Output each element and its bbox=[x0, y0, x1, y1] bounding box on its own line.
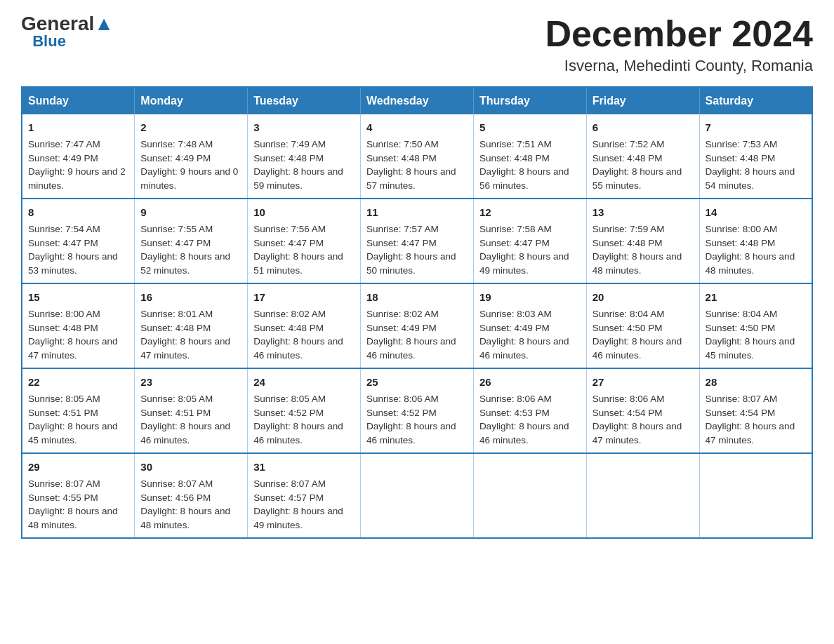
calendar-cell: 4Sunrise: 7:50 AMSunset: 4:48 PMDaylight… bbox=[361, 114, 474, 199]
calendar-cell bbox=[361, 453, 474, 538]
day-number: 20 bbox=[593, 290, 694, 305]
calendar-cell: 11Sunrise: 7:57 AMSunset: 4:47 PMDayligh… bbox=[361, 199, 474, 283]
page-header: General▲ Blue December 2024 Isverna, Meh… bbox=[21, 14, 813, 75]
day-number: 14 bbox=[706, 205, 806, 220]
calendar-cell: 23Sunrise: 8:05 AMSunset: 4:51 PMDayligh… bbox=[135, 368, 248, 453]
day-info: Sunrise: 8:04 AMSunset: 4:50 PMDaylight:… bbox=[593, 309, 682, 361]
weekday-header-thursday: Thursday bbox=[473, 87, 586, 114]
day-info: Sunrise: 7:51 AMSunset: 4:48 PMDaylight:… bbox=[479, 139, 569, 191]
day-number: 6 bbox=[593, 120, 694, 135]
calendar-cell: 25Sunrise: 8:06 AMSunset: 4:52 PMDayligh… bbox=[361, 368, 474, 453]
day-info: Sunrise: 8:07 AMSunset: 4:56 PMDaylight:… bbox=[140, 478, 230, 530]
calendar-cell: 10Sunrise: 7:56 AMSunset: 4:47 PMDayligh… bbox=[248, 199, 361, 283]
month-title: December 2024 bbox=[545, 14, 813, 54]
weekday-header-monday: Monday bbox=[135, 87, 248, 114]
logo-general-text: General▲ bbox=[21, 14, 114, 34]
calendar-cell: 19Sunrise: 8:03 AMSunset: 4:49 PMDayligh… bbox=[473, 283, 586, 368]
day-info: Sunrise: 8:06 AMSunset: 4:52 PMDaylight:… bbox=[366, 394, 456, 445]
calendar-cell: 28Sunrise: 8:07 AMSunset: 4:54 PMDayligh… bbox=[699, 368, 812, 453]
weekday-header-saturday: Saturday bbox=[699, 87, 812, 114]
calendar-cell: 2Sunrise: 7:48 AMSunset: 4:49 PMDaylight… bbox=[135, 114, 248, 199]
calendar-cell: 12Sunrise: 7:58 AMSunset: 4:47 PMDayligh… bbox=[473, 199, 586, 283]
day-info: Sunrise: 8:06 AMSunset: 4:53 PMDaylight:… bbox=[479, 394, 569, 445]
day-info: Sunrise: 8:02 AMSunset: 4:49 PMDaylight:… bbox=[366, 309, 456, 361]
day-info: Sunrise: 7:57 AMSunset: 4:47 PMDaylight:… bbox=[366, 224, 456, 276]
day-info: Sunrise: 8:04 AMSunset: 4:50 PMDaylight:… bbox=[706, 309, 795, 361]
day-number: 19 bbox=[479, 290, 581, 305]
day-number: 18 bbox=[366, 290, 468, 305]
calendar-cell: 21Sunrise: 8:04 AMSunset: 4:50 PMDayligh… bbox=[699, 283, 812, 368]
weekday-header-wednesday: Wednesday bbox=[361, 87, 474, 114]
day-info: Sunrise: 7:55 AMSunset: 4:47 PMDaylight:… bbox=[140, 224, 230, 276]
calendar-cell bbox=[473, 453, 586, 538]
calendar-cell: 29Sunrise: 8:07 AMSunset: 4:55 PMDayligh… bbox=[22, 453, 135, 538]
day-number: 13 bbox=[593, 205, 694, 220]
day-info: Sunrise: 8:05 AMSunset: 4:51 PMDaylight:… bbox=[28, 394, 118, 445]
day-number: 17 bbox=[253, 290, 355, 305]
day-info: Sunrise: 8:03 AMSunset: 4:49 PMDaylight:… bbox=[479, 309, 569, 361]
calendar-cell: 8Sunrise: 7:54 AMSunset: 4:47 PMDaylight… bbox=[22, 199, 135, 283]
calendar-cell: 17Sunrise: 8:02 AMSunset: 4:48 PMDayligh… bbox=[248, 283, 361, 368]
day-number: 27 bbox=[593, 375, 694, 390]
calendar-cell: 30Sunrise: 8:07 AMSunset: 4:56 PMDayligh… bbox=[135, 453, 248, 538]
calendar-cell: 16Sunrise: 8:01 AMSunset: 4:48 PMDayligh… bbox=[135, 283, 248, 368]
calendar-week-row: 22Sunrise: 8:05 AMSunset: 4:51 PMDayligh… bbox=[22, 368, 812, 453]
calendar-cell: 31Sunrise: 8:07 AMSunset: 4:57 PMDayligh… bbox=[248, 453, 361, 538]
day-info: Sunrise: 7:50 AMSunset: 4:48 PMDaylight:… bbox=[366, 139, 456, 191]
day-number: 30 bbox=[140, 459, 241, 475]
day-number: 23 bbox=[140, 375, 241, 390]
calendar-cell bbox=[699, 453, 812, 538]
day-info: Sunrise: 8:07 AMSunset: 4:57 PMDaylight:… bbox=[253, 478, 343, 530]
calendar-week-row: 15Sunrise: 8:00 AMSunset: 4:48 PMDayligh… bbox=[22, 283, 812, 368]
weekday-header-sunday: Sunday bbox=[22, 87, 135, 114]
day-info: Sunrise: 7:53 AMSunset: 4:48 PMDaylight:… bbox=[706, 139, 795, 191]
day-number: 1 bbox=[28, 120, 128, 135]
calendar-cell: 3Sunrise: 7:49 AMSunset: 4:48 PMDaylight… bbox=[248, 114, 361, 199]
calendar-cell: 27Sunrise: 8:06 AMSunset: 4:54 PMDayligh… bbox=[586, 368, 699, 453]
day-number: 8 bbox=[28, 205, 128, 220]
location-subtitle: Isverna, Mehedinti County, Romania bbox=[545, 57, 813, 75]
calendar-cell: 9Sunrise: 7:55 AMSunset: 4:47 PMDaylight… bbox=[135, 199, 248, 283]
calendar-cell bbox=[586, 453, 699, 538]
day-number: 25 bbox=[366, 375, 468, 390]
calendar-cell: 20Sunrise: 8:04 AMSunset: 4:50 PMDayligh… bbox=[586, 283, 699, 368]
calendar-cell: 7Sunrise: 7:53 AMSunset: 4:48 PMDaylight… bbox=[699, 114, 812, 199]
weekday-header-friday: Friday bbox=[586, 87, 699, 114]
title-block: December 2024 Isverna, Mehedinti County,… bbox=[545, 14, 813, 75]
calendar-cell: 22Sunrise: 8:05 AMSunset: 4:51 PMDayligh… bbox=[22, 368, 135, 453]
day-info: Sunrise: 7:54 AMSunset: 4:47 PMDaylight:… bbox=[28, 224, 118, 276]
day-info: Sunrise: 7:52 AMSunset: 4:48 PMDaylight:… bbox=[593, 139, 682, 191]
day-number: 4 bbox=[366, 120, 468, 135]
day-number: 11 bbox=[366, 205, 468, 220]
weekday-header-tuesday: Tuesday bbox=[248, 87, 361, 114]
weekday-header-row: SundayMondayTuesdayWednesdayThursdayFrid… bbox=[22, 87, 812, 114]
calendar-cell: 5Sunrise: 7:51 AMSunset: 4:48 PMDaylight… bbox=[473, 114, 586, 199]
day-info: Sunrise: 8:07 AMSunset: 4:54 PMDaylight:… bbox=[706, 394, 795, 445]
day-number: 2 bbox=[140, 120, 241, 135]
day-number: 15 bbox=[28, 290, 128, 305]
day-number: 21 bbox=[706, 290, 806, 305]
day-number: 9 bbox=[140, 205, 241, 220]
calendar-week-row: 1Sunrise: 7:47 AMSunset: 4:49 PMDaylight… bbox=[22, 114, 812, 199]
calendar-cell: 26Sunrise: 8:06 AMSunset: 4:53 PMDayligh… bbox=[473, 368, 586, 453]
day-number: 12 bbox=[479, 205, 581, 220]
day-number: 24 bbox=[253, 375, 355, 390]
day-info: Sunrise: 8:05 AMSunset: 4:52 PMDaylight:… bbox=[253, 394, 343, 445]
day-info: Sunrise: 7:56 AMSunset: 4:47 PMDaylight:… bbox=[253, 224, 343, 276]
day-number: 31 bbox=[253, 459, 355, 475]
logo: General▲ Blue bbox=[21, 14, 114, 49]
day-number: 10 bbox=[253, 205, 355, 220]
calendar-cell: 6Sunrise: 7:52 AMSunset: 4:48 PMDaylight… bbox=[586, 114, 699, 199]
calendar-week-row: 8Sunrise: 7:54 AMSunset: 4:47 PMDaylight… bbox=[22, 199, 812, 283]
calendar-cell: 15Sunrise: 8:00 AMSunset: 4:48 PMDayligh… bbox=[22, 283, 135, 368]
day-number: 29 bbox=[28, 459, 128, 475]
day-info: Sunrise: 8:07 AMSunset: 4:55 PMDaylight:… bbox=[28, 478, 118, 530]
calendar-cell: 13Sunrise: 7:59 AMSunset: 4:48 PMDayligh… bbox=[586, 199, 699, 283]
logo-blue-text: Blue bbox=[24, 34, 66, 49]
day-number: 16 bbox=[140, 290, 241, 305]
day-info: Sunrise: 7:47 AMSunset: 4:49 PMDaylight:… bbox=[28, 139, 126, 191]
calendar-table: SundayMondayTuesdayWednesdayThursdayFrid… bbox=[21, 86, 813, 539]
day-info: Sunrise: 8:06 AMSunset: 4:54 PMDaylight:… bbox=[593, 394, 682, 445]
day-info: Sunrise: 8:00 AMSunset: 4:48 PMDaylight:… bbox=[706, 224, 795, 276]
calendar-cell: 1Sunrise: 7:47 AMSunset: 4:49 PMDaylight… bbox=[22, 114, 135, 199]
